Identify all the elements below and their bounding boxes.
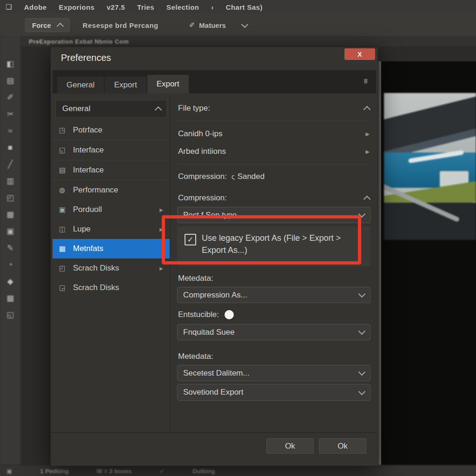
metadata-dropdown-1[interactable]: Compression As... (177, 287, 370, 303)
tool-icon[interactable]: ◔ (4, 260, 16, 269)
sidebar-item-scrach-disks-1[interactable]: ◰ Scrach Disks ▶ (53, 258, 170, 278)
status-item: W = 3 boxes (97, 468, 132, 475)
lock-icon: ◍ (59, 186, 69, 194)
menu-bar: ❏ Adobe Exporions v27.5 Tries Selection … (0, 0, 476, 14)
export-dropdown[interactable]: Sovetiond Export (177, 384, 370, 401)
tool-icon[interactable]: ▤ (4, 76, 16, 85)
settings-panel: File type: Canidh 0-ips ▶ Arbed intiions… (175, 95, 372, 433)
chevron-down-icon (358, 291, 366, 298)
tool-icon[interactable]: ✐ (4, 93, 16, 102)
dropdown-value: Pect f Sen type (183, 211, 237, 220)
file-type-header: File type: (178, 104, 210, 113)
menu-item[interactable]: Adobe (24, 3, 47, 11)
dropdown-value: Secetest Dalitem... (183, 369, 250, 378)
tab-options-icon[interactable]: ≣ (364, 77, 368, 85)
sidebar-item-potrface[interactable]: ◳ Potrface (53, 120, 170, 140)
tool-icon[interactable]: ▥ (4, 177, 16, 185)
tool-icon[interactable]: ◧ (4, 60, 16, 68)
tool-icon[interactable]: ■ (4, 143, 16, 152)
tool-icon[interactable]: ✎ (4, 244, 16, 252)
status-item[interactable]: 1 Pedking (40, 468, 68, 475)
status-logo-icon: ▣ (7, 468, 12, 475)
tab-export-2[interactable]: Export (147, 75, 189, 93)
sidebar-item-interface-1[interactable]: ◱ Interface (53, 140, 170, 160)
sidebar-item-porduoll[interactable]: ▣ Porduoll ▶ (53, 200, 170, 219)
entstucible-radio[interactable] (225, 310, 234, 319)
compression-dropdown[interactable]: Pect f Sen type (177, 207, 370, 223)
options-mode-button[interactable]: ✐ Matuers (189, 21, 247, 29)
dialog-title: Preferences (61, 53, 111, 63)
tool-icon[interactable]: ◱ (4, 311, 16, 319)
sidebar-item-interface-2[interactable]: ▤ Interface (53, 160, 170, 180)
row-label: Arbed intiions (178, 147, 226, 156)
row-canidh[interactable]: Canidh 0-ips ▶ (178, 126, 370, 142)
sidebar-item-label: Porduoll (73, 205, 102, 214)
legacy-export-label: Use legacy Export As (File > Export > Ex… (202, 232, 358, 256)
tab-export-1[interactable]: Export (105, 77, 146, 93)
sidebar-item-scrach-disks-2[interactable]: ◲ Scrach Disks (53, 278, 170, 298)
sidebar-item-label: Scrach Disks (73, 283, 119, 292)
menu-separator: › (211, 3, 213, 11)
chevron-up-icon (155, 106, 162, 114)
chevron-up-icon[interactable] (364, 196, 371, 203)
tool-icon[interactable]: ◆ (4, 277, 16, 286)
dropdown-value: Sovetiond Export (183, 388, 243, 397)
dropdown-value: Compression As... (183, 291, 247, 300)
menu-item[interactable]: v27.5 (106, 3, 125, 11)
sidebar-item-metnfats[interactable]: ▦ Metnfats (53, 239, 170, 258)
sidebar-item-label: Scrach Disks (73, 264, 119, 273)
options-bar: Force Resespe brd Percang ✐ Matuers (0, 14, 476, 37)
tool-icon[interactable]: ✂ (4, 110, 16, 119)
tool-icon[interactable]: ▩ (4, 294, 16, 303)
tool-icon[interactable]: ▦ (4, 210, 16, 219)
chevron-down-icon (358, 388, 366, 395)
compression-status-value: Sanded (238, 172, 265, 181)
pen-icon: ✐ (189, 21, 195, 29)
close-button[interactable]: X (344, 48, 375, 60)
tool-icon[interactable]: ≈ (4, 126, 16, 135)
menu-item[interactable]: Tries (137, 3, 154, 11)
divider (177, 120, 370, 121)
category-sidebar: General ◳ Potrface ◱ Interface ▤ Interfa… (53, 95, 170, 433)
sidebar-item-label: Performance (73, 185, 118, 195)
compression-header: Compression: (178, 193, 227, 203)
arrow-right-icon: ▶ (159, 266, 163, 271)
metadata-dropdown-2[interactable]: Secetest Dalitem... (177, 365, 370, 381)
ok-button-1[interactable]: Ok (266, 438, 314, 454)
dropdown-value: Fnquitad Suee (183, 328, 235, 337)
tool-icon[interactable]: ◰ (4, 193, 16, 202)
chevron-up-icon (57, 23, 64, 30)
sidebar-item-label: Interface (73, 145, 104, 155)
menu-item[interactable]: Selection (166, 3, 199, 11)
menu-item[interactable]: Exporions (59, 3, 95, 11)
legacy-export-checkbox[interactable]: ✓ (185, 234, 196, 245)
sanded-icon: ς (231, 173, 235, 180)
tab-general[interactable]: General (57, 77, 104, 93)
ok-button-2[interactable]: Ok (319, 438, 366, 454)
entstucible-label: Entstucible: (178, 310, 219, 319)
sidebar-item-label: Metnfats (73, 244, 103, 253)
arrow-right-icon: ▶ (366, 131, 370, 137)
interface-icon: ◳ (59, 126, 69, 134)
sidebar-header-label: General (62, 104, 90, 113)
tool-preset-button[interactable]: Force (25, 18, 70, 32)
disk-icon: ◲ (59, 284, 69, 292)
arrow-right-icon: ▶ (159, 207, 163, 212)
row-arbed[interactable]: Arbed intiions ▶ (178, 144, 370, 159)
context-text: PreExporation Exbat Nbnio Com (29, 38, 129, 45)
tools-sidebar: ◧ ▤ ✐ ✂ ≈ ■ ╱ ▥ ◰ ▦ ▣ ✎ ◔ ◆ ▩ ◱ (0, 36, 21, 476)
quality-dropdown[interactable]: Fnquitad Suee (177, 324, 370, 340)
menu-item[interactable]: Chart Sas) (226, 3, 263, 11)
arrow-right-icon: ▶ (159, 227, 163, 232)
sidebar-item-performance[interactable]: ◍ Performance (53, 180, 170, 200)
tool-icon[interactable]: ▣ (4, 227, 16, 236)
row-label: Canidh 0-ips (178, 129, 222, 139)
tab-strip: General Export Export ≣ (53, 70, 376, 93)
sidebar-item-label: Lupe (73, 225, 91, 234)
sidebar-header-general[interactable]: General (55, 100, 167, 118)
chevron-up-icon[interactable] (364, 106, 371, 113)
chevron-down-icon (241, 20, 249, 28)
tool-icon[interactable]: ╱ (4, 160, 16, 169)
preset-label: Force (32, 21, 51, 29)
sidebar-item-lupe[interactable]: ◫ Lupe ▶ (53, 219, 170, 239)
